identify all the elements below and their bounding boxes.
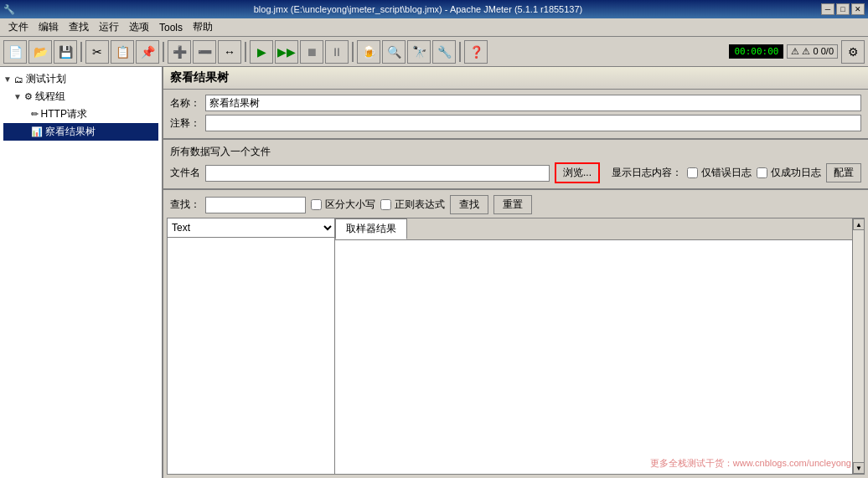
menu-options[interactable]: 选项 — [124, 18, 154, 36]
tree-label-thread-group: 线程组 — [35, 90, 65, 104]
search-button[interactable]: 🔭 — [407, 40, 431, 64]
new-button[interactable]: 📄 — [3, 40, 27, 64]
expand-button[interactable]: ➕ — [168, 40, 191, 64]
result-tree-icon: 📊 — [31, 126, 43, 137]
thread-group-icon: ⚙ — [24, 91, 33, 102]
minimize-button[interactable]: ─ — [821, 3, 834, 15]
file-row: 文件名 浏览... 显示日志内容： 仅错误日志 仅成功日志 配置 — [170, 162, 861, 183]
toggle-button[interactable]: ↔ — [218, 40, 241, 64]
timer-display: 00:00:00 — [729, 44, 783, 59]
separator-5 — [459, 42, 461, 62]
error-log-checkbox-group[interactable]: 仅错误日志 — [687, 166, 752, 180]
test-plan-icon: 🗂 — [14, 75, 23, 85]
result-tabs: 取样器结果 — [335, 218, 852, 240]
function-helper-button[interactable]: 🔧 — [432, 40, 456, 64]
toolbar: 📄 📂 💾 ✂ 📋 📌 ➕ ➖ ↔ ▶ ▶▶ ⏹ ⏸ 🍺 🔍 🔭 🔧 ❓ 00:… — [0, 37, 868, 67]
title-bar-icon: 🔧 — [3, 4, 15, 15]
content-panel: 察看结果树 名称： 注释： 所有数据写入一个文件 文件名 浏览... 显示日志内… — [163, 67, 868, 478]
clear-button[interactable]: 🍺 — [357, 40, 380, 64]
right-result-panel: 取样器结果 — [335, 218, 852, 474]
start-button[interactable]: ▶ — [250, 40, 273, 64]
regex-group[interactable]: 正则表达式 — [380, 198, 445, 212]
menu-help[interactable]: 帮助 — [188, 18, 218, 36]
comment-row: 注释： — [170, 115, 861, 131]
regex-checkbox[interactable] — [380, 199, 391, 210]
error-log-label: 仅错误日志 — [701, 166, 752, 180]
cut-button[interactable]: ✂ — [85, 40, 109, 64]
scroll-down-button[interactable]: ▼ — [853, 462, 865, 474]
save-button[interactable]: 💾 — [54, 40, 77, 64]
tree-panel: ▼ 🗂 测试计划 ▼ ⚙ 线程组 ✏ HTTP请求 📊 察看结果树 — [0, 67, 163, 478]
search-input[interactable] — [205, 197, 306, 213]
open-button[interactable]: 📂 — [28, 40, 52, 64]
expand-icon-result — [23, 127, 28, 136]
search-row: 查找： 区分大小写 正则表达式 查找 重置 — [163, 192, 868, 218]
warning-badge: ⚠ ⚠ 0 0/0 — [787, 44, 838, 59]
left-result-panel: Text — [168, 218, 335, 474]
case-sensitive-checkbox[interactable] — [311, 199, 322, 210]
tree-label-result-tree: 察看结果树 — [45, 125, 96, 139]
help-button[interactable]: ❓ — [464, 40, 488, 64]
menu-tools[interactable]: Tools — [154, 20, 188, 35]
menu-edit[interactable]: 编辑 — [34, 18, 64, 36]
result-content — [335, 240, 852, 474]
log-label: 显示日志内容： — [612, 166, 682, 180]
close-button[interactable]: ✕ — [851, 3, 865, 15]
tree-item-result-tree[interactable]: 📊 察看结果树 — [3, 123, 158, 141]
reset-button[interactable]: 重置 — [493, 195, 532, 214]
menu-file[interactable]: 文件 — [3, 18, 34, 36]
tab-sampler-result[interactable]: 取样器结果 — [335, 218, 407, 239]
tree-item-test-plan[interactable]: ▼ 🗂 测试计划 — [3, 70, 158, 88]
http-request-icon: ✏ — [31, 109, 39, 120]
file-input[interactable] — [205, 165, 550, 182]
scroll-up-button[interactable]: ▲ — [853, 218, 865, 230]
all-data-section: 所有数据写入一个文件 文件名 浏览... 显示日志内容： 仅错误日志 仅成功日志… — [163, 141, 868, 187]
title-bar-controls: ─ □ ✕ — [821, 3, 865, 15]
comment-label: 注释： — [170, 116, 200, 131]
tree-item-http-request[interactable]: ✏ HTTP请求 — [3, 105, 158, 123]
main-layout: ▼ 🗂 测试计划 ▼ ⚙ 线程组 ✏ HTTP请求 📊 察看结果树 察看结果树 … — [0, 67, 868, 478]
vertical-scrollbar[interactable]: ▲ ▼ — [852, 218, 864, 474]
settings-wheel-button[interactable]: ⚙ — [841, 40, 865, 64]
file-label: 文件名 — [170, 166, 200, 180]
shutdown-button[interactable]: ⏸ — [325, 40, 349, 64]
result-area: Text 取样器结果 ▲ ▼ — [167, 218, 865, 475]
form-area: 名称： 注释： — [163, 90, 868, 136]
success-log-checkbox-group[interactable]: 仅成功日志 — [757, 166, 821, 180]
tree-label-http-request: HTTP请求 — [41, 107, 87, 121]
separator-1 — [80, 42, 82, 62]
menu-run[interactable]: 运行 — [94, 18, 124, 36]
case-sensitive-group[interactable]: 区分大小写 — [311, 198, 375, 212]
config-button[interactable]: 配置 — [826, 163, 861, 182]
menu-find[interactable]: 查找 — [64, 18, 94, 36]
result-dropdown: Text — [168, 218, 334, 238]
name-input[interactable] — [205, 95, 861, 111]
regex-label: 正则表达式 — [395, 198, 445, 212]
result-list — [168, 238, 334, 474]
browse-button[interactable]: 浏览... — [555, 162, 600, 183]
collapse-button[interactable]: ➖ — [193, 40, 216, 64]
paste-button[interactable]: 📌 — [136, 40, 159, 64]
tree-item-thread-group[interactable]: ▼ ⚙ 线程组 — [3, 88, 158, 105]
clear-all-button[interactable]: 🔍 — [382, 40, 406, 64]
result-type-select[interactable]: Text — [168, 218, 334, 237]
stop-button[interactable]: ⏹ — [300, 40, 323, 64]
find-button[interactable]: 查找 — [450, 195, 488, 214]
success-log-label: 仅成功日志 — [771, 166, 821, 180]
expand-icon-http — [23, 110, 28, 119]
comment-input[interactable] — [205, 115, 861, 131]
name-row: 名称： — [170, 95, 861, 111]
name-label: 名称： — [170, 96, 200, 111]
counter: 0/0 — [821, 46, 834, 56]
divider-1 — [163, 138, 868, 140]
separator-4 — [352, 42, 354, 62]
title-bar: 🔧 blog.jmx (E:\uncleyong\jmeter_script\b… — [0, 0, 868, 18]
watermark: 更多全栈测试干货：www.cnblogs.com/uncleyong — [650, 457, 851, 470]
maximize-button[interactable]: □ — [836, 3, 850, 15]
success-log-checkbox[interactable] — [757, 167, 767, 178]
expand-icon-test-plan: ▼ — [3, 75, 12, 84]
start-no-pause-button[interactable]: ▶▶ — [275, 40, 298, 64]
copy-button[interactable]: 📋 — [111, 40, 134, 64]
error-log-checkbox[interactable] — [687, 167, 698, 178]
scroll-track[interactable] — [853, 230, 864, 462]
